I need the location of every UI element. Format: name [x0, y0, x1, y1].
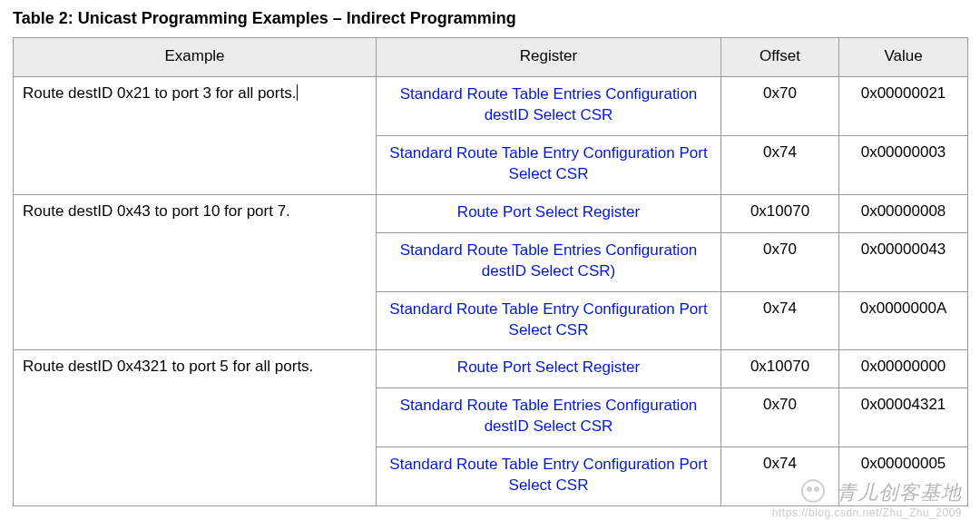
register-link[interactable]: Standard Route Table Entries Configurati… — [400, 397, 698, 435]
offset-cell: 0x70 — [721, 77, 839, 136]
register-cell: Standard Route Table Entries Configurati… — [377, 232, 721, 291]
register-link[interactable]: Standard Route Table Entry Configuration… — [389, 456, 707, 494]
table-row: Route destID 0x21 to port 3 for all port… — [14, 77, 968, 136]
offset-cell: 0x10070 — [721, 350, 839, 388]
offset-cell: 0x70 — [721, 388, 839, 447]
text-cursor — [297, 84, 298, 101]
example-cell: Route destID 0x43 to port 10 for port 7. — [14, 194, 377, 350]
value-cell: 0x0000000A — [839, 291, 968, 350]
value-cell: 0x00000043 — [839, 232, 968, 291]
col-header-example: Example — [14, 38, 377, 77]
table-header-row: Example Register Offset Value — [14, 38, 968, 77]
register-link[interactable]: Standard Route Table Entries Configurati… — [400, 85, 698, 123]
example-cell: Route destID 0x21 to port 3 for all port… — [14, 77, 377, 195]
offset-cell: 0x74 — [721, 447, 839, 506]
value-cell: 0x00000003 — [839, 135, 968, 194]
example-text: Route destID 0x4321 to port 5 for all po… — [23, 358, 313, 375]
register-link[interactable]: Route Port Select Register — [457, 358, 640, 376]
watermark-url: https://blog.csdn.net/Zhu_Zhu_2009 — [772, 506, 962, 519]
offset-cell: 0x74 — [721, 135, 839, 194]
table-row: Route destID 0x43 to port 10 for port 7.… — [14, 194, 968, 232]
register-cell: Route Port Select Register — [377, 350, 721, 388]
offset-cell: 0x70 — [721, 232, 839, 291]
offset-cell: 0x74 — [721, 291, 839, 350]
register-cell: Standard Route Table Entry Configuration… — [377, 447, 721, 506]
value-cell: 0x00000000 — [839, 350, 968, 388]
register-cell: Standard Route Table Entry Configuration… — [377, 135, 721, 194]
example-text: Route destID 0x43 to port 10 for port 7. — [23, 202, 290, 220]
value-cell: 0x00004321 — [839, 388, 968, 447]
register-cell: Route Port Select Register — [377, 194, 721, 232]
example-cell: Route destID 0x4321 to port 5 for all po… — [14, 350, 377, 506]
col-header-value: Value — [839, 38, 968, 77]
example-text: Route destID 0x21 to port 3 for all port… — [23, 84, 296, 102]
col-header-offset: Offset — [721, 38, 839, 77]
register-link[interactable]: Standard Route Table Entries Configurati… — [400, 241, 698, 280]
value-cell: 0x00000021 — [839, 77, 968, 136]
register-link[interactable]: Standard Route Table Entry Configuration… — [389, 144, 707, 182]
table-row: Route destID 0x4321 to port 5 for all po… — [14, 350, 968, 388]
value-cell: 0x00000008 — [839, 194, 968, 232]
table-caption: Table 2: Unicast Programming Examples – … — [13, 9, 967, 28]
register-cell: Standard Route Table Entries Configurati… — [377, 77, 721, 136]
offset-cell: 0x10070 — [721, 194, 839, 232]
register-link[interactable]: Standard Route Table Entry Configuration… — [389, 300, 707, 338]
programming-table: Example Register Offset Value Route dest… — [13, 37, 968, 506]
register-cell: Standard Route Table Entries Configurati… — [377, 388, 721, 447]
value-cell: 0x00000005 — [839, 447, 968, 506]
register-cell: Standard Route Table Entry Configuration… — [377, 291, 721, 350]
register-link[interactable]: Route Port Select Register — [457, 203, 640, 221]
col-header-register: Register — [377, 38, 721, 77]
